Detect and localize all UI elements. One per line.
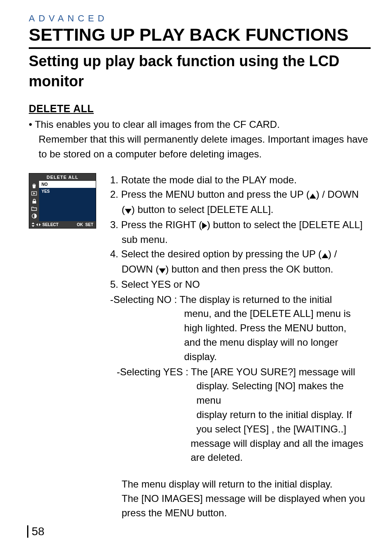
lcd-footer-ok: OK xyxy=(77,222,83,227)
intro-line-1: • This enables you to clear all images f… xyxy=(29,117,371,132)
step-3: 3. Press the RIGHT () button to select t… xyxy=(110,218,371,247)
step-4-b: ) / xyxy=(328,248,337,259)
selecting-yes-l6: are deleted. xyxy=(117,451,371,465)
intro-paragraph: • This enables you to clear all images f… xyxy=(29,117,371,162)
manual-page: ADVANCED SETTING UP PLAY BACK FUNCTIONS … xyxy=(0,0,392,557)
lcd-frame: DELETE ALL NO YES xyxy=(29,173,96,229)
trash-icon xyxy=(31,183,37,189)
step-2-a: 2. Press the MENU button and press the U… xyxy=(110,189,309,200)
step-3-a: 3. Press the RIGHT ( xyxy=(110,219,202,230)
final-note: The menu display will return to the init… xyxy=(110,477,371,520)
slideshow-icon xyxy=(31,191,37,196)
lock-icon xyxy=(32,199,37,204)
step-4-a: 4. Select the desired option by pressing… xyxy=(110,248,322,259)
lcd-icon-column xyxy=(29,181,39,221)
step-5: 5. Select YES or NO xyxy=(110,277,371,292)
selecting-yes-label: -Selecting YES : xyxy=(117,366,191,377)
step-4-c: DOWN ( xyxy=(122,263,159,275)
content-row: DELETE ALL NO YES xyxy=(29,173,371,520)
lcd-body: NO YES xyxy=(29,181,96,221)
selecting-yes-block: -Selecting YES : The [ARE YOU SURE?] mes… xyxy=(117,365,371,465)
selecting-no-label: -Selecting NO : xyxy=(110,294,180,305)
down-triangle-icon xyxy=(159,263,166,277)
selecting-yes-l4: you select [YES] , the [WAITING..] xyxy=(117,422,371,437)
lcd-option-yes: YES xyxy=(39,188,96,195)
right-triangle-icon xyxy=(202,219,207,233)
up-triangle-icon xyxy=(322,248,328,262)
lcd-option-no: NO xyxy=(39,181,96,188)
final-l3: press the MENU button. xyxy=(122,507,227,518)
step-4: 4. Select the desired option by pressing… xyxy=(110,247,371,277)
section-heading-delete-all: DELETE ALL xyxy=(29,103,371,115)
selecting-no-l4: and the menu display will no longer xyxy=(110,335,371,350)
lcd-screenshot: DELETE ALL NO YES xyxy=(29,173,96,229)
step-3-c: sub menu. xyxy=(110,233,371,247)
page-number: 58 xyxy=(27,525,44,538)
selecting-no-l2: menu, and the [DELETE ALL] menu is xyxy=(110,307,371,321)
selecting-no-l5: display. xyxy=(110,350,371,364)
selecting-no-block: -Selecting NO : The display is returned … xyxy=(110,293,371,364)
final-l2: The [NO IMAGES] message will be displaye… xyxy=(122,493,365,504)
selecting-yes-l3: display return to the initial display. I… xyxy=(117,408,371,422)
page-subtitle: Setting up play back function using the … xyxy=(29,51,371,91)
lcd-footer-set: SET xyxy=(85,222,93,227)
section-label: ADVANCED xyxy=(29,13,371,24)
step-2-b: ) / DOWN xyxy=(316,189,359,200)
page-title: SETTING UP PLAY BACK FUNCTIONS xyxy=(29,25,371,45)
folder-icon xyxy=(31,206,37,211)
step-2-c: ( xyxy=(122,204,125,215)
contrast-icon xyxy=(32,213,37,219)
down-triangle-icon xyxy=(125,203,131,218)
selecting-yes-l1: The [ARE YOU SURE?] message will xyxy=(191,366,355,377)
selecting-yes-l5: message will display and all the images xyxy=(117,437,371,451)
step-1: 1. Rotate the mode dial to the PLAY mode… xyxy=(110,173,371,187)
lcd-footer: SELECT OK SET xyxy=(29,221,96,228)
svg-rect-1 xyxy=(32,201,36,203)
step-3-b: ) button to select the [DELETE ALL] xyxy=(207,219,363,230)
updown-icon xyxy=(32,222,35,227)
lcd-title: DELETE ALL xyxy=(29,173,96,181)
lcd-footer-select: SELECT xyxy=(42,222,58,227)
lcd-options: NO YES xyxy=(39,181,96,221)
step-2-d: ) button to select [DELETE ALL]. xyxy=(131,204,274,215)
intro-line-2: Remember that this will permanently dele… xyxy=(29,132,371,162)
leftright-icon xyxy=(36,223,41,226)
steps-column: 1. Rotate the mode dial to the PLAY mode… xyxy=(110,173,371,520)
step-2: 2. Press the MENU button and press the U… xyxy=(110,187,371,218)
step-4-d: ) button and then press the OK button. xyxy=(166,263,333,275)
selecting-yes-l2: display. Selecting [NO] makes the menu xyxy=(117,379,371,408)
up-triangle-icon xyxy=(309,188,316,203)
final-l1: The menu display will return to the init… xyxy=(122,478,332,490)
selecting-no-l1: The display is returned to the initial xyxy=(180,294,332,305)
title-rule xyxy=(29,47,371,49)
selecting-no-l3: high lighted. Press the MENU button, xyxy=(110,321,371,335)
